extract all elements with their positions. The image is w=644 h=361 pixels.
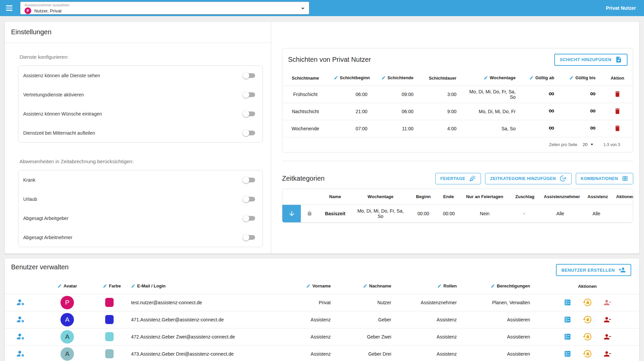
delete-shift-button[interactable] [613,107,622,116]
toggle-switch[interactable] [244,178,255,182]
manage-user-button[interactable] [16,314,26,324]
shift-valid-from[interactable]: ∞ [521,120,560,137]
shift-days[interactable]: Mo, Di, Mi, Do, Fr [462,103,521,120]
users-table: AvatarFarbeE-Mail / LoginVornameNachname… [5,279,639,361]
user-last-name[interactable]: Nutzer [336,294,397,311]
column-header[interactable]: Schichtende [373,71,419,86]
toggle-switch[interactable] [244,216,255,221]
user-last-name[interactable]: Geber Zwei [336,328,397,345]
manage-user-button[interactable] [16,297,26,307]
user-avatar-cell[interactable]: A [37,311,97,328]
infinity-icon: ∞ [549,106,554,115]
page-title: Einstellungen [5,22,271,43]
column-header[interactable]: Farbe [97,279,121,294]
user-roles[interactable]: Assistenz [397,345,462,361]
column-header[interactable]: Rollen [397,279,462,294]
user-first-name[interactable]: Assistenz [259,328,336,345]
column-header: Beginn [409,189,438,205]
reset-password-button[interactable] [582,297,593,308]
user-avatar-cell[interactable]: P [37,294,97,311]
reset-password-button[interactable] [582,349,593,359]
column-header[interactable]: Nachname [336,279,397,294]
user-permissions[interactable]: Assistieren [462,328,535,345]
shift-end[interactable]: 06:00 [373,103,419,120]
column-header[interactable]: Schichtbeginn [328,71,373,86]
user-details-button[interactable] [563,349,572,358]
column-header[interactable]: Avatar [37,279,97,294]
user-details-button[interactable] [563,315,572,324]
delete-shift-button[interactable] [613,90,622,98]
user-first-name[interactable]: Privat [259,294,336,311]
user-email[interactable]: 472.Assistenz.Geber Zwei@assistenz-conne… [121,328,259,345]
user-permissions[interactable]: Assistieren [462,311,535,328]
add-shift-button[interactable]: SCHICHT HINZUFÜGEN [554,54,628,66]
rows-per-page-select[interactable]: 20 [582,142,593,147]
toggle-switch[interactable] [244,92,255,97]
remove-user-button[interactable] [603,332,612,342]
add-time-category-button[interactable]: ZEITKATEGORIE HINZUFÜGEN [485,173,571,184]
user-color-cell[interactable] [97,345,121,361]
reset-password-button[interactable] [582,314,593,325]
column-header[interactable]: Gültig ab [521,71,560,86]
shift-valid-from[interactable]: ∞ [521,86,560,103]
user-last-name[interactable]: Geber [336,311,397,328]
shift-begin[interactable]: 07:00 [328,120,373,137]
manage-user-button[interactable] [16,349,26,359]
column-header[interactable]: E-Mail / Login [121,279,259,294]
user-email[interactable]: test.nutzer@assistenz-connect.de [121,294,259,311]
user-color-cell[interactable] [97,311,121,328]
toggle-switch[interactable] [244,197,255,201]
toggle-switch[interactable] [244,73,255,78]
column-header: Nur an Feiertagen [459,189,510,205]
toggle-switch[interactable] [244,131,255,135]
user-last-name[interactable]: Geber Drei [336,345,397,361]
delete-shift-button[interactable] [613,124,622,133]
column-header[interactable]: Gültig bis [560,71,601,86]
user-first-name[interactable]: Assistenz [259,311,336,328]
shift-valid-to[interactable]: ∞ [560,86,601,103]
create-user-button[interactable]: BENUTZER ERSTELLEN [556,264,631,276]
manage-user-button[interactable] [16,331,26,342]
user-permissions[interactable]: Assistieren [462,345,535,361]
toggle-switch[interactable] [244,111,255,116]
remove-user-button[interactable] [603,315,612,324]
user-details-button[interactable] [563,298,572,307]
shift-valid-from[interactable]: ∞ [521,103,560,120]
user-avatar-cell[interactable]: A [37,345,97,361]
assistant-select[interactable]: Assistenznehmer auswählen P Nutzer, Priv… [20,2,309,14]
shift-valid-to[interactable]: ∞ [560,103,601,120]
shift-end[interactable]: 11:00 [373,120,419,137]
column-label: Berechtigungen [497,283,530,288]
remove-user-button[interactable] [603,349,612,359]
user-color-cell[interactable] [97,328,121,345]
remove-user-button[interactable] [603,298,612,307]
column-header[interactable]: Berechtigungen [462,279,535,294]
user-roles[interactable]: Assistenz [397,328,462,345]
user-roles[interactable]: Assistenz [397,311,462,328]
column-header[interactable]: Wochentage [462,71,521,86]
shift-valid-to[interactable]: ∞ [560,120,601,137]
user-email[interactable]: 471.Assistenz.Geber@assistenz-connect.de [121,311,259,328]
shift-begin[interactable]: 21:00 [328,103,373,120]
move-category-button[interactable] [282,205,301,222]
toggle-switch[interactable] [244,235,255,240]
user-roles[interactable]: Assistenznehmer [397,294,462,311]
shift-begin[interactable]: 06:00 [328,86,373,103]
column-header[interactable]: Vorname [259,279,336,294]
user-avatar-cell[interactable]: A [37,328,97,345]
avatar: A [61,313,74,326]
reset-password-button[interactable] [582,331,593,342]
shift-days[interactable]: Sa, So [462,120,521,137]
user-first-name[interactable]: Assistenz [259,345,336,361]
ballot-icon [564,333,571,341]
column-header: Assistenz [582,189,611,205]
user-details-button[interactable] [563,332,572,341]
combinations-button[interactable]: KOMBINATIONEN [576,173,633,184]
user-email[interactable]: 473.Assistenz.Geber Drei@assistenz-conne… [121,345,259,361]
holidays-button[interactable]: FEIERTAGE [435,173,481,184]
user-permissions[interactable]: Planen, Verwalten [462,294,535,311]
shift-end[interactable]: 09:00 [373,86,419,103]
hamburger-menu-icon[interactable] [5,4,14,12]
shift-days[interactable]: Mo, Di, Mi, Do, Fr, Sa, So [462,86,521,103]
user-color-cell[interactable] [97,294,121,311]
